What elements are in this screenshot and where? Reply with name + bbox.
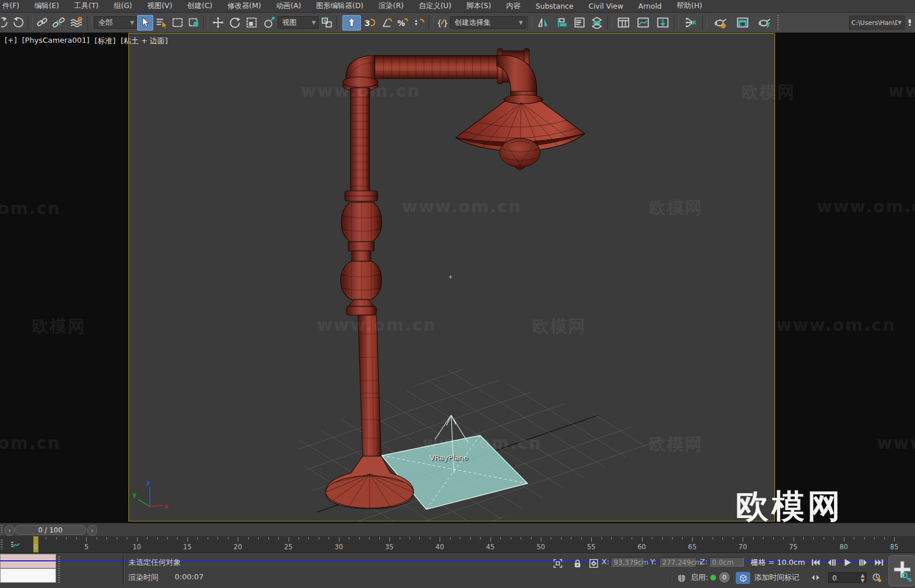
add-time-tag-label[interactable]: 添加时间标记 — [754, 572, 799, 583]
rectangular-selection-button[interactable] — [169, 15, 186, 31]
row-grip[interactable] — [1, 525, 3, 535]
window-crossing-button[interactable] — [186, 15, 202, 31]
row-grip[interactable] — [1, 539, 3, 549]
select-rotate-button[interactable] — [227, 15, 243, 31]
y-coord-field[interactable]: 277.249cm — [659, 557, 695, 567]
menu-item-0[interactable]: 件(F) — [0, 1, 27, 11]
go-to-end-button[interactable] — [872, 556, 886, 569]
ribbon-toggle-button[interactable] — [614, 15, 633, 31]
menu-item-5[interactable]: 创建(C) — [180, 1, 220, 11]
adaptive-degradation-icon[interactable] — [674, 572, 688, 585]
mini-curve-editor-button[interactable] — [8, 538, 22, 551]
bind-spacewarp-button[interactable] — [67, 15, 86, 31]
spinner-icon[interactable]: ▲▼ — [861, 573, 865, 583]
menu-item-4[interactable]: 视图(V) — [139, 1, 179, 11]
selection-lock-icon[interactable] — [570, 557, 584, 569]
ruler-tick — [632, 537, 632, 539]
edit-named-sets-button[interactable]: {} — [435, 15, 450, 31]
key-mode-toggle-button[interactable] — [808, 571, 822, 584]
ruler-tick — [147, 537, 147, 539]
next-frame-arrow[interactable]: › — [87, 525, 97, 536]
zero-badge[interactable]: 0 — [718, 571, 730, 583]
select-object-button[interactable] — [137, 15, 153, 31]
play-button[interactable] — [840, 556, 854, 569]
ruler-tick — [884, 537, 885, 539]
viewport-menu-pov[interactable]: [PhysCamera001] — [22, 36, 90, 46]
viewport-menu-general[interactable]: [+] — [5, 36, 17, 46]
next-frame-button[interactable] — [856, 556, 870, 569]
add-keyframe-button[interactable] — [888, 555, 915, 586]
rendered-frame-window-button[interactable] — [732, 15, 754, 31]
listener-grip[interactable] — [58, 556, 60, 584]
menu-item-10[interactable]: 自定义(U) — [411, 1, 459, 11]
align-button[interactable] — [553, 15, 571, 31]
render-setup-button[interactable] — [709, 15, 732, 31]
curve-editor-button[interactable] — [633, 15, 653, 31]
menu-item-16[interactable]: 帮助(H) — [669, 1, 710, 11]
current-frame-field[interactable]: 0 ▲▼ — [828, 572, 866, 583]
reference-coordinate-dropdown[interactable]: 视图▼ — [278, 16, 319, 29]
ruler-tick — [228, 537, 228, 539]
toolbar-overflow-icon[interactable] — [907, 15, 915, 31]
select-scale-button[interactable] — [243, 15, 260, 31]
track-bar[interactable]: 0510152025303540455055606570758085 — [0, 536, 915, 553]
selection-filter-dropdown[interactable]: 全部▼ — [94, 16, 137, 29]
lamp-model[interactable] — [326, 49, 585, 509]
maxscript-mini-listener[interactable] — [0, 568, 56, 583]
redo-button[interactable] — [10, 15, 27, 31]
toolbar-separator — [203, 16, 208, 29]
undo-button[interactable] — [1, 15, 10, 31]
time-slider-handle[interactable]: 0 / 100 — [14, 525, 86, 535]
render-production-button[interactable] — [754, 15, 776, 31]
schematic-view-button[interactable] — [653, 15, 673, 31]
x-coord-field[interactable]: 93.379cm — [611, 557, 643, 567]
spinner-snap-button[interactable] — [411, 15, 427, 31]
select-link-button[interactable] — [34, 15, 50, 31]
layer-explorer-button[interactable] — [588, 15, 606, 31]
menu-item-9[interactable]: 渲染(R) — [371, 1, 411, 11]
select-by-name-button[interactable] — [153, 15, 169, 31]
viewport-menu-style[interactable]: [标准] — [95, 36, 116, 46]
material-editor-button[interactable] — [680, 15, 701, 31]
named-selection-sets-dropdown[interactable]: 创建选择集▼ — [450, 16, 526, 29]
select-place-button[interactable] — [260, 15, 278, 31]
viewport-menu-shading[interactable]: [粘土 + 边面] — [121, 36, 168, 46]
menu-item-14[interactable]: Civil View — [581, 2, 630, 10]
z-coord-field[interactable]: 0.0cm — [709, 557, 744, 567]
menu-item-8[interactable]: 图形编辑器(D) — [309, 1, 371, 11]
menu-item-3[interactable]: 组(G) — [106, 1, 140, 11]
previous-frame-arrow[interactable]: ‹ — [5, 525, 14, 536]
absolute-mode-icon[interactable] — [586, 557, 600, 569]
percent-snap-button[interactable]: % — [395, 15, 411, 31]
menu-item-6[interactable]: 修改器(M) — [220, 1, 268, 11]
select-move-button[interactable] — [209, 15, 227, 31]
menu-item-11[interactable]: 脚本(S) — [459, 1, 499, 11]
time-configuration-button[interactable] — [869, 571, 884, 584]
toolbar-grip[interactable] — [777, 15, 779, 30]
snap-toggle-3d-button[interactable]: 3 — [361, 15, 379, 31]
ruler-label: 20 — [234, 543, 242, 551]
use-pivot-center-button[interactable] — [319, 15, 335, 31]
viewport-label: [+] [PhysCamera001] [标准] [粘土 + 边面] — [5, 36, 168, 46]
svg-text:y: y — [132, 491, 136, 498]
menu-item-13[interactable]: Substance — [528, 2, 581, 10]
ruler-tick — [258, 537, 259, 539]
menu-item-1[interactable]: 编辑(E) — [27, 1, 67, 11]
selection-center-button[interactable] — [342, 15, 361, 31]
project-path-dropdown[interactable]: C:\Users\Han\Documents\3ds Max 2022▼ — [849, 16, 905, 29]
project-path-value: C:\Users\Han\Documents\3ds Max 2022 — [851, 19, 898, 27]
menu-item-7[interactable]: 动画(A) — [268, 1, 308, 11]
angle-snap-button[interactable] — [379, 15, 395, 31]
isolate-selection-icon[interactable] — [551, 557, 565, 569]
time-tag-cube-button[interactable] — [736, 572, 750, 584]
menu-item-12[interactable]: 内容 — [499, 1, 528, 11]
scene-explorer-button[interactable] — [571, 15, 588, 31]
menu-item-2[interactable]: 工具(T) — [67, 1, 106, 11]
mirror-button[interactable] — [533, 15, 553, 31]
viewport[interactable]: z y x VRayPlane [+] [PhysCamera001] [标准]… — [0, 33, 915, 523]
unlink-button[interactable] — [50, 15, 67, 31]
go-to-start-button[interactable] — [808, 556, 822, 569]
menu-item-15[interactable]: Arnold — [631, 2, 669, 10]
previous-frame-button[interactable] — [824, 556, 838, 569]
x-coord-label: X: — [602, 557, 609, 566]
